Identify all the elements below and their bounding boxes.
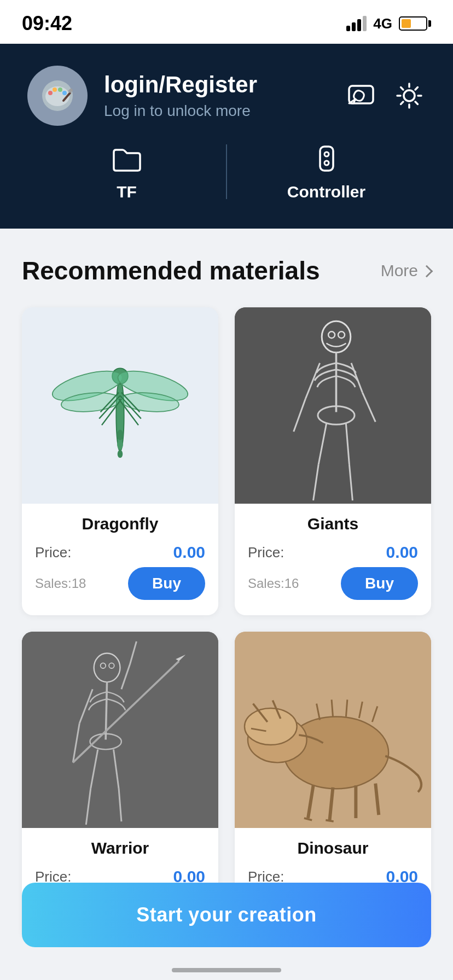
signal-icon [346, 16, 367, 31]
card-body-giants: Giants Price: 0.00 Sales:16 Buy [235, 504, 431, 615]
card-body-dragonfly: Dragonfly Price: 0.00 Sales:18 Buy [22, 504, 218, 615]
user-info: login/Register Log in to unlock more [104, 72, 257, 120]
more-arrow-icon [421, 265, 433, 278]
card-price-row-giants: Price: 0.00 [248, 543, 418, 562]
card-name-giants: Giants [248, 515, 418, 533]
svg-point-3 [53, 88, 57, 92]
tf-label: TF [117, 183, 137, 201]
svg-point-5 [62, 91, 67, 95]
material-card-dragonfly[interactable]: Dragonfly Price: 0.00 Sales:18 Buy [22, 307, 218, 615]
price-value-dragonfly: 0.00 [173, 543, 205, 562]
svg-point-26 [117, 430, 124, 440]
svg-point-28 [118, 450, 123, 458]
header-actions [345, 79, 426, 112]
more-button[interactable]: More [381, 261, 431, 280]
status-icons: 4G [346, 15, 431, 32]
header-top: login/Register Log in to unlock more [27, 66, 426, 126]
material-card-giants[interactable]: Giants Price: 0.00 Sales:16 Buy [235, 307, 431, 615]
card-image-giants [235, 307, 431, 504]
login-title[interactable]: login/Register [104, 72, 257, 98]
tf-nav-item[interactable]: TF [27, 142, 226, 201]
svg-rect-10 [320, 147, 333, 171]
materials-grid: Dragonfly Price: 0.00 Sales:18 Buy [22, 307, 431, 940]
price-label-giants: Price: [248, 544, 284, 561]
svg-point-27 [117, 440, 123, 450]
avatar[interactable] [27, 66, 88, 126]
card-name-dragonfly: Dragonfly [35, 515, 205, 533]
home-indicator [172, 968, 281, 972]
buy-button-giants[interactable]: Buy [341, 567, 418, 600]
more-label: More [381, 261, 418, 280]
battery-icon [399, 16, 431, 31]
card-meta-giants: Sales:16 Buy [248, 567, 418, 600]
start-btn-container: Start your creation [0, 883, 453, 947]
settings-icon-button[interactable] [393, 79, 426, 112]
svg-point-2 [48, 91, 53, 95]
card-name-warrior: Warrior [35, 839, 205, 858]
status-bar: 09:42 4G [0, 0, 453, 44]
status-time: 09:42 [22, 12, 72, 35]
svg-point-12 [324, 161, 329, 165]
card-name-dino: Dinosaur [248, 839, 418, 858]
start-creation-button[interactable]: Start your creation [22, 883, 431, 947]
card-image-warrior [22, 632, 218, 828]
header-user: login/Register Log in to unlock more [27, 66, 257, 126]
sales-dragonfly: Sales:18 [35, 576, 86, 591]
login-subtitle: Log in to unlock more [104, 102, 257, 120]
svg-point-11 [324, 152, 329, 156]
buy-button-dragonfly[interactable]: Buy [128, 567, 205, 600]
section-title: Recommended materials [22, 256, 320, 285]
controller-label: Controller [287, 183, 365, 201]
price-label-dragonfly: Price: [35, 544, 71, 561]
main-content: Recommended materials More [0, 229, 453, 980]
chat-icon-button[interactable] [345, 79, 378, 112]
sales-giants: Sales:16 [248, 576, 299, 591]
header-bottom: TF Controller [27, 142, 426, 201]
card-price-row-dragonfly: Price: 0.00 [35, 543, 205, 562]
section-header: Recommended materials More [22, 256, 431, 285]
svg-point-62 [245, 708, 297, 745]
card-image-dino [235, 632, 431, 828]
price-value-giants: 0.00 [386, 543, 418, 562]
card-image-dragonfly [22, 307, 218, 504]
svg-point-4 [58, 88, 62, 92]
card-meta-dragonfly: Sales:18 Buy [35, 567, 205, 600]
network-label: 4G [373, 15, 392, 32]
controller-nav-item[interactable]: Controller [227, 142, 426, 201]
svg-point-9 [404, 90, 415, 101]
header: login/Register Log in to unlock more [0, 44, 453, 229]
